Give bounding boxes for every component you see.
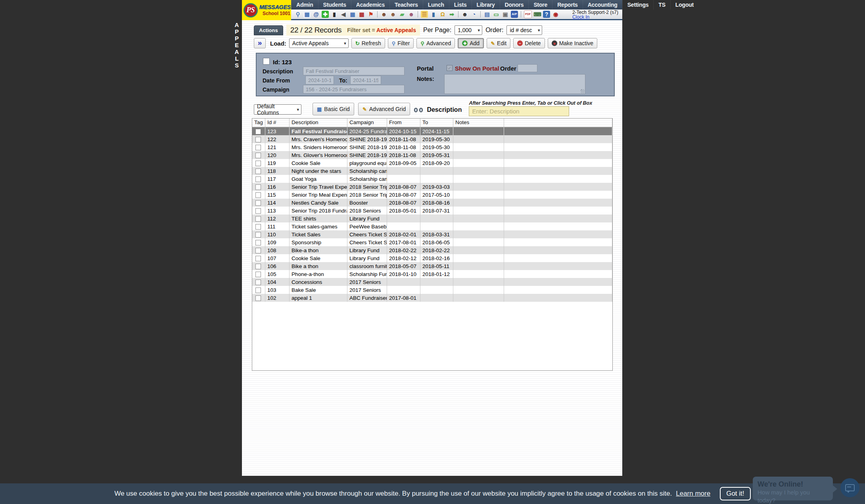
row-checkbox[interactable] <box>255 208 261 214</box>
nav-item-lists[interactable]: Lists <box>449 0 472 10</box>
table-row[interactable]: 106Bike a thonclassroom furnit...2018-05… <box>252 262 612 270</box>
advanced-button[interactable]: ⚲Advanced <box>416 38 455 48</box>
column-header-to[interactable]: To <box>420 119 453 127</box>
advanced-grid-button[interactable]: ✎ Advanced Grid <box>358 103 410 115</box>
description-search-input[interactable] <box>469 106 569 116</box>
row-checkbox[interactable] <box>255 295 261 301</box>
description-field[interactable] <box>303 67 405 75</box>
portal-order-field[interactable] <box>518 64 537 72</box>
campaign-field[interactable] <box>303 85 405 94</box>
make-inactive-button[interactable]: ■Make Inactive <box>548 38 597 48</box>
column-header-tag[interactable]: Tag <box>252 119 265 127</box>
email-icon[interactable]: @ <box>313 11 320 18</box>
row-checkbox[interactable] <box>255 137 261 142</box>
column-header-id-[interactable]: Id # <box>265 119 290 127</box>
nav-item-library[interactable]: Library <box>472 0 500 10</box>
table-row[interactable]: 109SponsorshipCheers Ticket Sa...2017-08… <box>252 238 612 246</box>
table-row[interactable]: 103Bake Sale2017 Seniors <box>252 286 612 294</box>
search-icon[interactable]: ⚲ <box>294 11 301 18</box>
row-checkbox[interactable] <box>255 145 261 150</box>
table-row[interactable]: 105Phone-a-thonScholarship Fund2018-01-1… <box>252 270 612 278</box>
accounts-payable-icon[interactable]: A/P <box>511 11 518 18</box>
row-checkbox[interactable] <box>255 169 261 174</box>
row-checkbox[interactable] <box>255 153 261 158</box>
table-row[interactable]: 118Night under the starsScholarship cam.… <box>252 167 612 175</box>
row-checkbox[interactable] <box>255 216 261 222</box>
lunch-icon[interactable]: ☰ <box>421 11 428 18</box>
alerts-bell-icon[interactable]: Ω <box>439 11 446 18</box>
edit-button[interactable]: ✎Edit <box>487 38 510 48</box>
nav-item-ts[interactable]: TS <box>653 0 670 10</box>
basic-grid-button[interactable]: ▦ Basic Grid <box>313 103 354 115</box>
calendar-icon[interactable]: ▦ <box>349 11 356 18</box>
calendar-date-icon[interactable]: ▦ <box>358 11 365 18</box>
table-row[interactable]: 112TEE shirtsLibrary Fund <box>252 215 612 222</box>
chat-bubble[interactable]: We're Online! How may I help you today? <box>753 477 833 500</box>
nav-item-donors[interactable]: Donors <box>500 0 529 10</box>
time-clock-icon[interactable]: ◔ <box>470 11 478 18</box>
help-icon[interactable]: ? <box>543 11 550 18</box>
column-header-notes[interactable]: Notes <box>453 119 504 127</box>
resize-handle-icon[interactable] <box>581 89 585 93</box>
app-logo[interactable]: PS MESSAGES School 1001 <box>242 0 291 20</box>
learn-more-link[interactable]: Learn more <box>676 490 710 498</box>
table-row[interactable]: 102appeal 1ABC Fundraiser2017-08-01 <box>252 294 612 302</box>
nav-item-teachers[interactable]: Teachers <box>389 0 423 10</box>
family-icon[interactable]: ☻ <box>408 11 415 18</box>
table-row[interactable]: 121Mrs. Sniders HomeroomSHINE 2018-19201… <box>252 143 612 151</box>
columns-select[interactable]: Default Columns ▾ <box>254 104 301 115</box>
row-checkbox[interactable] <box>255 129 261 134</box>
table-row[interactable]: 108Bike-a thonLibrary Fund2018-02-222018… <box>252 246 612 254</box>
table-row[interactable]: 117Goat YogaScholarship cam... <box>252 175 612 183</box>
student-icon[interactable]: ☻ <box>389 11 397 18</box>
expand-button[interactable]: » <box>254 38 266 48</box>
table-row[interactable]: 110Ticket SalesCheers Ticket Sa...2018-0… <box>252 230 612 238</box>
row-checkbox[interactable] <box>255 248 261 253</box>
table-row[interactable]: 115Senior Trip Meal Expenses2018 Senior … <box>252 191 612 199</box>
table-row[interactable]: 113Senior Trip 2018 Fundraiser2018 Senio… <box>252 207 612 215</box>
got-it-button[interactable]: Got it! <box>720 487 750 500</box>
nav-item-admin[interactable]: Admin <box>291 0 318 10</box>
column-header-from[interactable]: From <box>387 119 420 127</box>
column-header-description[interactable]: Description <box>290 119 347 127</box>
table-row[interactable]: 107Cookie SaleLibrary Fund2018-02-122018… <box>252 254 612 262</box>
row-checkbox[interactable] <box>255 287 261 293</box>
table-row[interactable]: 111Ticket sales-gamesPeeWee Baseball <box>252 222 612 230</box>
mobile-icon[interactable]: ▮ <box>331 11 338 18</box>
print-icon[interactable]: ▣ <box>502 11 509 18</box>
filter-button[interactable]: ⚲Filter <box>388 38 414 48</box>
row-checkbox[interactable] <box>255 192 261 198</box>
per-page-select[interactable]: 1,000 ▾ <box>455 25 482 35</box>
table-row[interactable]: 114Nestles Candy SaleBooster2018-08-0720… <box>252 199 612 207</box>
load-select[interactable]: Active Appeals ▾ <box>289 38 349 48</box>
row-checkbox[interactable] <box>255 280 261 285</box>
order-select[interactable]: id # desc ▾ <box>506 25 542 35</box>
nav-item-accounting[interactable]: Accounting <box>583 0 622 10</box>
record-tag-checkbox[interactable] <box>263 58 270 65</box>
pdf-export-icon[interactable]: PDF <box>524 10 532 18</box>
lists-icon[interactable]: ▤ <box>483 11 491 18</box>
row-checkbox[interactable] <box>255 240 261 245</box>
row-checkbox[interactable] <box>255 232 261 238</box>
student-add-icon[interactable]: ☻ <box>380 11 387 18</box>
new-message-icon[interactable]: ✚ <box>322 11 329 18</box>
delete-button[interactable]: −Delete <box>513 38 545 48</box>
nav-item-academics[interactable]: Academics <box>351 0 389 10</box>
table-row[interactable]: 120Mrs. Glover's HomeroomSHINE 2018-1920… <box>252 151 612 159</box>
nav-item-store[interactable]: Store <box>528 0 552 10</box>
date-from-field[interactable] <box>305 76 334 84</box>
shutdown-icon[interactable]: ◉ <box>552 11 559 18</box>
row-checkbox[interactable] <box>255 224 261 230</box>
row-checkbox[interactable] <box>255 256 261 261</box>
table-row[interactable]: 104Concessions2017 Seniors <box>252 278 612 286</box>
tickets-icon[interactable]: ▰ <box>399 11 406 18</box>
date-to-field[interactable] <box>350 76 381 84</box>
refresh-button[interactable]: ↻Refresh <box>351 38 385 48</box>
table-row[interactable]: 122Mrs. Craven's HomeroomSHINE 2018-1920… <box>252 135 612 143</box>
row-checkbox[interactable] <box>255 176 261 182</box>
announcement-icon[interactable]: ◀ <box>340 11 347 18</box>
add-button[interactable]: ✚Add <box>458 38 484 48</box>
table-row[interactable]: 116Senior Trip Travel Expenses2018 Senio… <box>252 183 612 191</box>
register-icon[interactable]: ⌨ <box>534 11 541 18</box>
nav-item-lunch[interactable]: Lunch <box>423 0 449 10</box>
